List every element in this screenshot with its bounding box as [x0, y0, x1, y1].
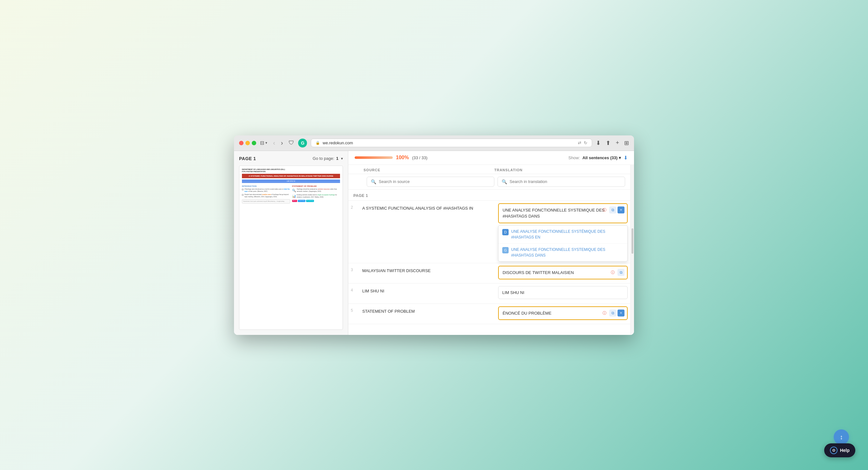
doc-intro-text1: #Hashtags were introduced as a tool for …: [245, 189, 290, 193]
row-5-num: 5: [348, 304, 359, 324]
suggestion-item-2[interactable]: G UNE ANALYSE FONCTIONNELLE SYSTEMIQUE D…: [498, 243, 627, 261]
row-2-source: A SYSTEMIC FUNCTIONAL ANALYSIS OF #HASHT…: [359, 201, 496, 216]
page-header: PAGE 1 Go to page: 1 ▾: [239, 156, 343, 161]
row-3-translation-input[interactable]: DISCOURS DE TWITTER MALAISIEN ⓘ ⧉: [498, 266, 628, 280]
nav-buttons: ‹ ›: [271, 139, 285, 147]
row-3-target[interactable]: DISCOURS DE TWITTER MALAISIEN ⓘ ⧉: [496, 263, 630, 283]
document-preview[interactable]: DEPARTMENT OF LANGUAGES AND LINGUISTICS …: [239, 166, 343, 330]
back-button[interactable]: ‹: [271, 139, 277, 147]
toolbar-actions: ⬇ ⬆ + ⊞: [596, 139, 629, 146]
row-3-source: MALAYSIAN TWITTER DISCOURSE: [359, 263, 496, 283]
doc-intro-item1: #Hashtags were introduced as a tool for …: [242, 189, 290, 193]
doc-problem-text2: Existing semiotic studies tend to single…: [297, 194, 340, 199]
floating-translate-button[interactable]: ↕: [834, 429, 849, 445]
row-3-icons: ⓘ ⧉: [609, 269, 624, 276]
translation-search-icon: 🔍: [502, 179, 507, 184]
show-value-dropdown[interactable]: All sentences (33) ▾: [582, 156, 621, 160]
show-label: Show:: [568, 156, 580, 160]
hashtag-metoo: #MeToo: [292, 200, 297, 202]
filter-download-icon[interactable]: ⬇: [623, 155, 628, 161]
show-value-text: All sentences (33): [582, 156, 618, 160]
doc-problem-title: STATEMENT OF PROBLEM: [292, 185, 340, 188]
column-headers: SOURCE TRANSLATION: [348, 165, 630, 174]
hashtag-justkidding: #JustKidding: [298, 200, 305, 202]
add-tab-icon[interactable]: +: [616, 139, 619, 146]
source-column-header: SOURCE: [364, 168, 494, 172]
table-row: 4 LIM SHU NI LIM SHU NI: [348, 283, 630, 304]
page-number: 1: [336, 156, 338, 161]
refresh-icon[interactable]: ↻: [584, 140, 587, 145]
row-2-copy-icon[interactable]: ⧉: [609, 206, 616, 213]
goto-page[interactable]: Go to page: 1 ▾: [313, 156, 343, 161]
progress-fraction: (33 / 33): [412, 156, 427, 160]
source-search-icon: 🔍: [371, 179, 376, 184]
row-2-num: 2: [348, 201, 359, 210]
row-5-warning-icon[interactable]: ⓘ: [601, 309, 608, 316]
row-5-translation-input[interactable]: ÉNONCÉ DU PROBLÈME ⓘ ⧉ +: [498, 306, 628, 320]
row-5-icons: ⓘ ⧉ +: [601, 309, 624, 316]
grammarly-icon[interactable]: G: [298, 139, 307, 147]
row-5-copy-icon[interactable]: ⧉: [609, 309, 616, 316]
row-5-source: STATEMENT OF PROBLEM: [359, 304, 496, 324]
search-spacer: [353, 177, 364, 187]
doc-title: A SYSTEMIC FUNCTIONAL ANALYSIS OF #HASHT…: [242, 174, 340, 178]
translate-icon[interactable]: ⇄: [578, 140, 581, 145]
translation-search-input[interactable]: [509, 179, 621, 184]
row-2-add-icon[interactable]: +: [618, 206, 624, 213]
suggestion-2-google-icon: G: [502, 247, 508, 254]
row-4-target[interactable]: LIM SHU NI: [496, 283, 630, 303]
row-2-warning-icon[interactable]: ⓘ: [601, 206, 608, 213]
minimize-button[interactable]: [245, 141, 250, 145]
sidebar-toggle[interactable]: ⊟ ▾: [260, 140, 267, 146]
fullscreen-button[interactable]: [252, 141, 256, 145]
close-button[interactable]: [239, 141, 244, 145]
forward-button[interactable]: ›: [279, 139, 285, 147]
doc-author: LIM SHU NI: [242, 179, 340, 183]
share-icon[interactable]: ⬆: [606, 139, 611, 146]
source-search-field[interactable]: 🔍: [367, 177, 494, 187]
page-title: PAGE 1: [239, 156, 256, 161]
row-4-translation-input[interactable]: LIM SHU NI: [498, 286, 628, 299]
progress-bar-container: [354, 156, 393, 159]
help-button[interactable]: ⊙ Help: [824, 443, 855, 457]
doc-hashtags: #MeToo #JustKidding #Humblebrag: [292, 200, 340, 202]
help-label: Help: [840, 448, 849, 453]
row-3-num: 3: [348, 263, 359, 283]
show-section: Show: All sentences (33) ▾ ⬇: [568, 155, 628, 161]
row-3-warning-icon[interactable]: ⓘ: [609, 269, 616, 276]
traffic-lights: [239, 141, 256, 145]
row-3-copy-icon[interactable]: ⧉: [618, 269, 624, 276]
grid-icon[interactable]: ⊞: [624, 139, 629, 146]
hashtag-humblebrag: #Humblebrag: [306, 200, 314, 202]
row-2-target[interactable]: UNE ANALYSE FONCTIONNELLE SYSTEMIQUE DES…: [496, 201, 630, 263]
lock-icon: 🔒: [316, 141, 320, 145]
source-search-input[interactable]: [379, 179, 490, 184]
progress-bar-fill: [354, 156, 393, 159]
editor-main: SOURCE TRANSLATION 🔍 🔍: [348, 165, 630, 335]
title-bar: ⊟ ▾ ‹ › 🛡 G 🔒 we.redokun.com ⇄ ↻ ⬇ ⬆ + ⊞: [234, 135, 634, 151]
goto-label: Go to page:: [313, 156, 334, 161]
row-5-add-icon[interactable]: +: [618, 309, 624, 316]
sidebar-icon: ⊟: [260, 140, 264, 146]
document-sidebar: PAGE 1 Go to page: 1 ▾ DEPARTMENT OF LAN…: [234, 151, 348, 335]
arrow-icon: 📊: [292, 194, 296, 199]
show-chevron-icon: ▾: [619, 156, 621, 160]
page-select-chevron[interactable]: ▾: [341, 156, 343, 161]
download-icon[interactable]: ⬇: [596, 139, 601, 146]
suggestion-item-1[interactable]: D UNE ANALYSE FONCTIONNELLE SYSTÉMIQUE D…: [498, 226, 627, 243]
translation-rows: 2 A SYSTEMIC FUNCTIONAL ANALYSIS OF #HAS…: [348, 201, 630, 335]
row-2-translation-input[interactable]: UNE ANALYSE FONCTIONNELLE SYSTEMIQUE DES…: [498, 203, 628, 223]
address-bar[interactable]: 🔒 we.redokun.com ⇄ ↻: [311, 139, 592, 147]
scrollbar[interactable]: [630, 165, 634, 335]
suggestions-dropdown: D UNE ANALYSE FONCTIONNELLE SYSTÉMIQUE D…: [498, 225, 628, 262]
magnifier-icon: 🔍: [292, 189, 296, 193]
scrollbar-thumb[interactable]: [631, 228, 633, 254]
doc-problem-col: STATEMENT OF PROBLEM 🔍 Hashtags should b…: [292, 185, 340, 204]
row-5-target[interactable]: ÉNONCÉ DU PROBLÈME ⓘ ⧉ +: [496, 304, 630, 324]
doc-problem-text1: Hashtags should be analysed as semiotic …: [297, 189, 340, 193]
doc-bubble: Sometimes I don't quite understand mysel…: [242, 199, 290, 204]
translation-search-field[interactable]: 🔍: [497, 177, 625, 187]
suggestion-1-text: UNE ANALYSE FONCTIONNELLE SYSTÉMIQUE DES…: [511, 229, 623, 240]
doc-intro-col: INTRODUCTION #Hashtags were introduced a…: [242, 185, 290, 204]
search-row: 🔍 🔍: [348, 174, 630, 190]
